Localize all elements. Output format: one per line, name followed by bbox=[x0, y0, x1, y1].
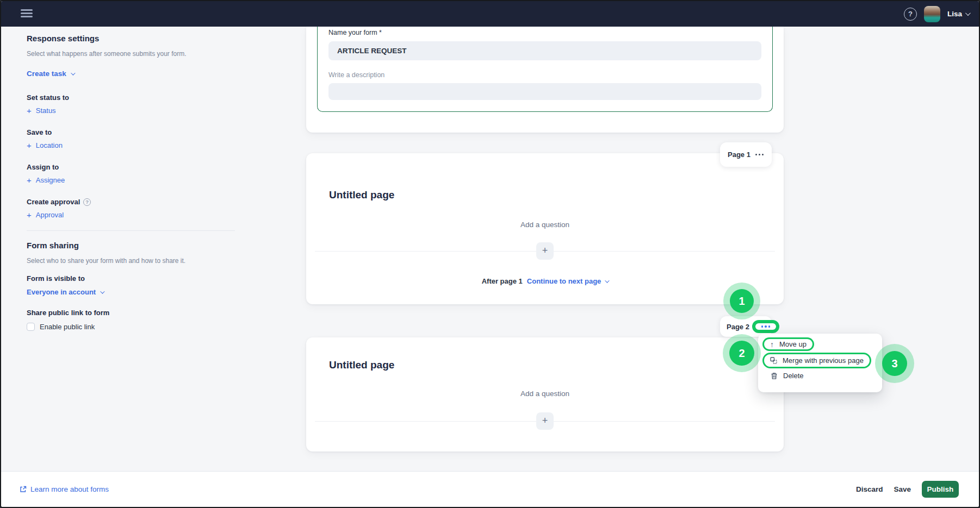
plus-icon: + bbox=[27, 177, 32, 184]
after-page-label: After page 1 bbox=[482, 277, 523, 285]
page-1-card: Untitled page Add a question + After pag… bbox=[306, 153, 784, 304]
page-1-badge-label: Page 1 bbox=[728, 150, 750, 159]
merge-pages-icon bbox=[770, 357, 777, 364]
form-sharing-subtitle: Select who to share your form with and h… bbox=[27, 257, 244, 265]
add-question-button[interactable]: + bbox=[536, 242, 554, 260]
menu-item-merge-with-previous-page[interactable]: Merge with previous page bbox=[762, 353, 871, 368]
page-1-title[interactable]: Untitled page bbox=[329, 189, 394, 201]
add-assignee-link[interactable]: + Assignee bbox=[27, 176, 65, 185]
plus-icon: + bbox=[542, 415, 548, 426]
page-1-badge: Page 1 bbox=[720, 142, 772, 167]
form-name-input[interactable] bbox=[328, 41, 761, 60]
chevron-down-icon bbox=[965, 10, 971, 16]
annotation-step-3: 3 bbox=[882, 351, 907, 376]
form-header-card: Name your form * Write a description bbox=[306, 27, 784, 133]
page-context-menu: ↑ Move up Merge with previous page bbox=[758, 334, 882, 392]
response-settings-subtitle: Select what happens after someone submit… bbox=[27, 50, 244, 58]
add-approval-link[interactable]: + Approval bbox=[27, 211, 64, 219]
hamburger-menu-icon[interactable] bbox=[21, 9, 33, 18]
annotation-step-2: 2 bbox=[729, 341, 754, 366]
footer-bar: Learn more about forms Discard Save Publ… bbox=[1, 471, 979, 507]
arrow-up-icon: ↑ bbox=[770, 341, 774, 348]
chevron-down-icon bbox=[100, 289, 104, 293]
plus-icon: + bbox=[27, 142, 32, 149]
user-menu[interactable]: Lisa bbox=[947, 10, 969, 18]
response-settings-title: Response settings bbox=[27, 34, 244, 43]
page-2-title[interactable]: Untitled page bbox=[329, 359, 394, 371]
page-2-badge-label: Page 2 bbox=[727, 323, 749, 331]
form-header-selected-section[interactable]: Name your form * Write a description bbox=[317, 27, 773, 112]
help-icon[interactable]: ? bbox=[83, 198, 91, 206]
assign-to-label: Assign to bbox=[27, 163, 244, 172]
app-window: ? Lisa Response settings Select what hap… bbox=[0, 0, 980, 508]
sidebar-divider bbox=[27, 230, 235, 231]
user-name: Lisa bbox=[947, 10, 962, 18]
form-description-input[interactable] bbox=[328, 83, 761, 100]
discard-button[interactable]: Discard bbox=[856, 485, 883, 493]
chevron-down-icon bbox=[71, 71, 75, 75]
menu-item-move-up[interactable]: ↑ Move up bbox=[762, 337, 814, 351]
learn-more-link[interactable]: Learn more about forms bbox=[20, 485, 109, 493]
save-button[interactable]: Save bbox=[894, 485, 911, 493]
page-1-ellipsis-button[interactable] bbox=[755, 154, 764, 155]
set-status-label: Set status to bbox=[27, 93, 244, 102]
add-question-button[interactable]: + bbox=[536, 412, 554, 430]
save-to-label: Save to bbox=[27, 128, 244, 137]
external-link-icon bbox=[20, 486, 27, 493]
form-description-label: Write a description bbox=[328, 71, 384, 79]
form-sharing-title: Form sharing bbox=[27, 241, 244, 250]
enable-public-link-label: Enable public link bbox=[40, 323, 95, 331]
add-location-link[interactable]: + Location bbox=[27, 141, 63, 150]
page-2-ellipsis-button-highlighted[interactable] bbox=[752, 320, 779, 333]
add-status-link[interactable]: + Status bbox=[27, 106, 56, 115]
trash-icon bbox=[771, 372, 778, 380]
help-icon[interactable]: ? bbox=[904, 8, 917, 21]
create-task-dropdown[interactable]: Create task bbox=[27, 70, 244, 78]
publish-button[interactable]: Publish bbox=[922, 481, 959, 498]
plus-icon: + bbox=[542, 245, 548, 256]
plus-icon: + bbox=[27, 211, 32, 219]
menu-item-delete[interactable]: Delete bbox=[762, 372, 878, 380]
settings-sidebar: Response settings Select what happens af… bbox=[27, 34, 244, 331]
form-name-label: Name your form * bbox=[328, 29, 382, 36]
chevron-down-icon bbox=[605, 278, 609, 283]
add-question-hint: Add a question bbox=[306, 221, 784, 229]
enable-public-link-checkbox[interactable] bbox=[27, 323, 35, 331]
add-question-hint: Add a question bbox=[306, 390, 784, 398]
avatar[interactable] bbox=[924, 6, 940, 22]
create-approval-label: Create approval ? bbox=[27, 198, 244, 206]
plus-icon: + bbox=[27, 107, 32, 115]
share-public-link-label: Share public link to form bbox=[27, 309, 244, 317]
form-visible-label: Form is visible to bbox=[27, 274, 244, 283]
continue-next-page-dropdown[interactable]: Continue to next page bbox=[527, 277, 609, 285]
form-visible-dropdown[interactable]: Everyone in account bbox=[27, 288, 103, 297]
top-bar: ? Lisa bbox=[1, 1, 979, 27]
annotation-step-1: 1 bbox=[730, 289, 754, 313]
page-2-card: Untitled page Add a question + bbox=[306, 337, 784, 451]
